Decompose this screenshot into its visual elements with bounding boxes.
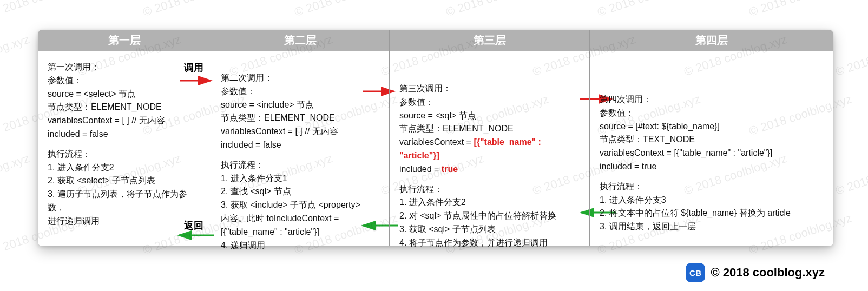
column-body: 第三次调用：参数值：source = <sql> 节点节点类型：ELEMENT_… [390,51,589,257]
column-body: 第二次调用：参数值：source = <include> 节点节点类型：ELEM… [211,51,389,260]
column-header: 第一层 [38,30,211,51]
text-line: 3. 获取 <sql> 子节点列表 [399,223,582,236]
text-line: 1. 进入条件分支2 [48,161,203,175]
text-line: 3. 遍历子节点列表，将子节点作为参数， [48,188,203,215]
text-line: 第四次调用： [600,93,826,107]
text-line: 进行递归调用 [48,215,203,228]
text-line: 参数值： [48,74,203,88]
column-header: 第四层 [590,30,833,51]
text-line: source = [#text: ${table_name}] [600,120,826,134]
text-line: 第三次调用： [399,82,582,96]
text-line: 执行流程： [600,180,826,194]
text-line: 节点类型：TEXT_NODE [600,133,826,147]
text-line: 2. 获取 <select> 子节点列表 [48,174,203,188]
footer-badge: CB © 2018 coolblog.xyz [686,263,825,282]
text-line: 节点类型：ELEMENT_NODE [221,111,382,125]
text-line: included = true [399,163,582,176]
column-header: 第二层 [211,30,389,51]
text-line: 第一次调用： [48,61,203,74]
text-line: [{"table_name" : "article"}] [221,226,382,239]
highlighted-value: true [442,164,458,174]
text-line: 内容。此时 toIncludeContext = [221,212,382,226]
text-line: 2. 将文本中的占位符 ${table_name} 替换为 article [600,207,826,220]
column-header: 第三层 [390,30,589,51]
text-line: 第二次调用： [221,71,382,85]
layer-column: 第二层第二次调用：参数值：source = <include> 节点节点类型：E… [211,30,390,246]
text-line: source = <select> 节点 [48,88,203,101]
text-line: source = <sql> 节点 [399,109,582,123]
layer-column: 第一层第一次调用：参数值：source = <select> 节点节点类型：EL… [38,30,211,246]
text-line: source = <include> 节点 [221,98,382,112]
text-line: 3. 获取 <include> 子节点 <property> [221,199,382,212]
text-line: included = true [600,160,826,174]
text-line: variablesContext = [{"table_name" : "art… [600,147,826,160]
column-body: 第一次调用：参数值：source = <select> 节点节点类型：ELEME… [38,51,211,246]
text-line: variablesContext = [ ] // 无内容 [221,125,382,138]
text-line: 执行流程： [399,183,582,196]
text-line: included = false [221,138,382,152]
layer-column: 第四层第四次调用：参数值：source = [#text: ${table_na… [590,30,833,246]
layer-column: 第三层第三次调用：参数值：source = <sql> 节点节点类型：ELEME… [390,30,590,246]
footer-text: © 2018 coolblog.xyz [711,266,825,280]
text-line: variablesContext = [ ] // 无内容 [48,114,203,128]
text-line: 1. 进入条件分支1 [221,172,382,186]
text-line: 参数值： [221,85,382,98]
text-line: 1. 进入条件分支3 [600,194,826,207]
text-line: 参数值： [600,107,826,120]
diagram: 调用 返回 第一层第一次调用：参数值：source = <select> 节点节… [38,30,833,246]
text-line: 4. 递归调用 [221,239,382,253]
text-line: 2. 查找 <sql> 节点 [221,185,382,199]
text-line: 执行流程： [221,158,382,172]
text-line: 1. 进入条件分支2 [399,196,582,209]
text-line: 执行流程： [48,148,203,161]
text-line: variablesContext = [{"table_name" : "art… [399,136,582,163]
text-line: 节点类型：ELEMENT_NODE [399,122,582,136]
text-line: 2. 对 <sql> 节点属性中的占位符解析替换 [399,209,582,223]
text-line: 节点类型：ELEMENT_NODE [48,101,203,114]
text-line: 3. 调用结束，返回上一层 [600,220,826,234]
text-line: included = false [48,128,203,141]
logo-icon: CB [686,263,705,282]
text-line: 4. 将子节点作为参数，并进行递归调用 [399,236,582,250]
column-body: 第四次调用：参数值：source = [#text: ${table_name}… [590,51,833,246]
text-line: 参数值： [399,96,582,109]
